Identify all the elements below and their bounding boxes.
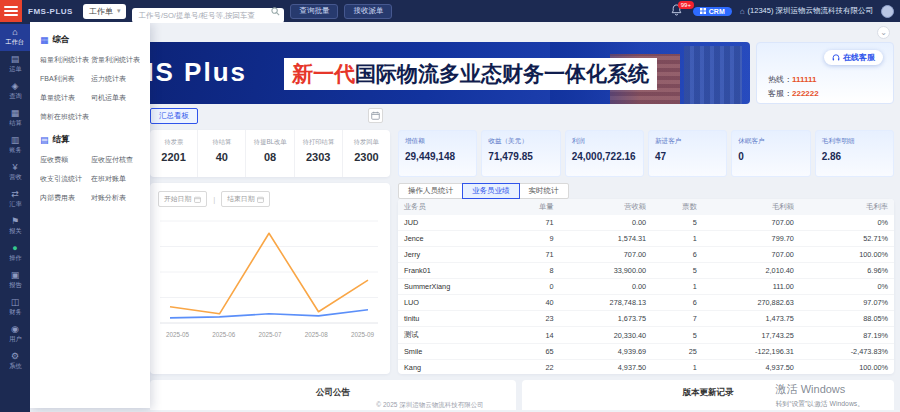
menu-item[interactable]: 箱量利润统计表: [40, 55, 89, 65]
table-cell: 8: [509, 263, 560, 279]
menu-item[interactable]: 内部费用表: [40, 193, 89, 203]
kpi-card: 增值额29,449,148: [398, 130, 477, 177]
pending-card-value: 2303: [306, 151, 330, 163]
sidebar-item-label: 报告: [9, 281, 21, 290]
salesperson-cell: SummerXiang: [398, 279, 509, 295]
table-row[interactable]: Frank01833,900.0052,010.406.96%: [398, 263, 894, 279]
table-row[interactable]: LUO40278,748.136270,882.6397.07%: [398, 295, 894, 311]
table-row[interactable]: Jence91,574.311799.7052.71%: [398, 231, 894, 247]
table-cell: 1: [652, 279, 703, 295]
announcement-panel[interactable]: 公司公告: [150, 380, 516, 410]
avatar[interactable]: [881, 5, 894, 18]
sidebar-item-user[interactable]: ◉用户: [0, 321, 30, 348]
headset-icon: [832, 54, 840, 62]
pending-card[interactable]: 待打印结算2303: [294, 130, 342, 177]
menu-item[interactable]: 应收应付核查: [91, 155, 140, 165]
pending-card[interactable]: 待发回单2300: [342, 130, 390, 177]
table-row[interactable]: Smile654,939.6925-122,196.31-2,473.83%: [398, 344, 894, 360]
column-header[interactable]: 业务员: [398, 199, 509, 215]
menu-item[interactable]: 单量统计表: [40, 93, 89, 103]
search-icon: ◈: [12, 82, 19, 91]
pending-card[interactable]: 待提BL改单08: [245, 130, 293, 177]
calendar-button[interactable]: [368, 108, 383, 123]
table-cell: 278,748.13: [560, 295, 652, 311]
kpi-card: 收益（美元）71,479.85: [481, 130, 560, 177]
menu-item[interactable]: 对账分析表: [91, 193, 140, 203]
module-select[interactable]: 工作单 ▾: [83, 4, 127, 19]
tab-2[interactable]: 实时统计: [519, 183, 569, 199]
online-service-button[interactable]: 在线客服: [824, 50, 883, 65]
table-row[interactable]: tinitu231,673.7571,473.7588.05%: [398, 311, 894, 327]
table-header-row: 业务员单量营收额票数毛利额毛利率: [398, 199, 894, 215]
collapse-toggle-button[interactable]: ⌄: [877, 26, 890, 39]
crm-badge-label: CRM: [709, 8, 725, 15]
table-row[interactable]: 测试1420,330.40517,743.2587.19%: [398, 327, 894, 344]
sidebar-item-report[interactable]: ▣报告: [0, 267, 30, 294]
company-switcher[interactable]: ⌂ (12345) 深圳运物云物流科技有限公司: [740, 6, 873, 16]
batch-query-button[interactable]: 查询批量: [290, 4, 338, 19]
sidebar-item-label: 汇率: [9, 200, 21, 209]
sidebar-item-exchange[interactable]: ⇄汇率: [0, 186, 30, 213]
table-row[interactable]: Jerry71707.006707.00100.00%: [398, 247, 894, 263]
table-row[interactable]: JUD710.005707.000%: [398, 215, 894, 231]
table-row[interactable]: SummerXiang00.001111.000%: [398, 279, 894, 295]
tab-1[interactable]: 业务员业绩: [462, 183, 520, 199]
x-axis-tick: 2025-09: [351, 331, 374, 338]
sidebar-item-finance[interactable]: ◫财务: [0, 294, 30, 321]
online-service-label: 在线客服: [843, 52, 875, 63]
pending-card[interactable]: 待结算40: [197, 130, 245, 177]
menu-item[interactable]: 运力统计表: [91, 74, 140, 84]
sidebar-item-settle[interactable]: ▦结算: [0, 105, 30, 132]
pending-card[interactable]: 待发票2201: [150, 130, 197, 177]
brand-name: FMS-PLUS: [28, 7, 73, 16]
menu-item[interactable]: 货量利润统计表: [91, 55, 140, 65]
table-cell: 5: [652, 327, 703, 344]
calculator-icon: ▤: [40, 135, 49, 145]
kpi-card: 新进客户47: [648, 130, 727, 177]
search-icon: [271, 7, 280, 16]
kpi-row: 增值额29,449,148收益（美元）71,479.85利润24,000,722…: [398, 130, 894, 177]
table-cell: 0%: [800, 215, 894, 231]
tab-0[interactable]: 操作人员统计: [398, 183, 463, 199]
app-logo-icon[interactable]: [0, 0, 22, 22]
table-cell: 71: [509, 215, 560, 231]
sidebar-item-customs[interactable]: ⚑报关: [0, 213, 30, 240]
notifications-button[interactable]: 99+: [671, 4, 685, 18]
kpi-card: 利润24,000,722.16: [565, 130, 644, 177]
table-cell: -2,473.83%: [800, 344, 894, 360]
table-cell: 4,939.69: [560, 344, 652, 360]
kpi-label: 增值额: [405, 137, 470, 146]
menu-item[interactable]: 在班对账单: [91, 174, 140, 184]
start-date-input[interactable]: 开始日期: [158, 191, 207, 207]
search-input[interactable]: [132, 8, 284, 23]
column-header[interactable]: 营收额: [560, 199, 652, 215]
column-header[interactable]: 票数: [652, 199, 703, 215]
sidebar-item-system[interactable]: ⚙系统: [0, 348, 30, 375]
sidebar-item-query[interactable]: ◈查询: [0, 78, 30, 105]
dashboard-filter-pill[interactable]: 汇总看板: [150, 108, 198, 124]
sidebar-item-revenue[interactable]: ¥营收: [0, 159, 30, 186]
end-date-input[interactable]: 结束日期: [221, 191, 270, 207]
watermark-line2: 转到“设置”以激活 Windows。: [776, 399, 864, 409]
crm-button[interactable]: CRM: [693, 7, 732, 16]
column-header[interactable]: 毛利额: [703, 199, 800, 215]
table-row[interactable]: Kang224,937.5014,937.50100.00%: [398, 360, 894, 375]
salesperson-cell: Frank01: [398, 263, 509, 279]
receive-order-button[interactable]: 接收派单: [344, 4, 392, 19]
sidebar-item-ops[interactable]: ●操作: [0, 240, 30, 267]
sidebar-item-ledger[interactable]: ▥账务: [0, 132, 30, 159]
menu-item[interactable]: 简析在班统计表: [40, 112, 89, 122]
table-cell: 1,673.75: [560, 311, 652, 327]
menu-item[interactable]: 应收费额: [40, 155, 89, 165]
column-header[interactable]: 单量: [509, 199, 560, 215]
menu-sections: ▦综合箱量利润统计表货量利润统计表FBA利润表运力统计表单量统计表司机运单表简析…: [40, 34, 140, 203]
menu-item[interactable]: 司机运单表: [91, 93, 140, 103]
menu-item[interactable]: FBA利润表: [40, 74, 89, 84]
menu-section-title: ▤结算: [40, 134, 140, 146]
sidebar-item-workbench[interactable]: ⌂工作台: [0, 24, 30, 51]
column-header[interactable]: 毛利率: [800, 199, 894, 215]
menu-item[interactable]: 收支引流统计: [40, 174, 89, 184]
sidebar-item-label: 账务: [9, 146, 21, 155]
report-icon: ▣: [11, 271, 20, 280]
sidebar-item-waybill[interactable]: ▤运单: [0, 51, 30, 78]
